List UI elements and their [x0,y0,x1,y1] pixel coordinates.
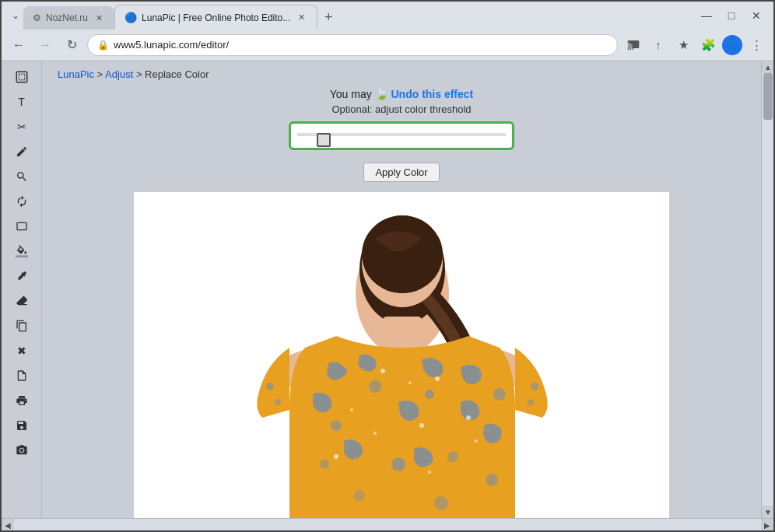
back-button[interactable]: ← [8,34,30,56]
new-tab-button[interactable]: + [317,6,339,28]
lock-icon: 🔒 [97,40,109,51]
scroll-down-arrow[interactable]: ▼ [762,506,773,518]
pencil-tool[interactable] [8,140,36,163]
svg-point-19 [434,496,448,510]
svg-point-17 [486,474,498,486]
camera-tool[interactable] [8,439,36,462]
menu-icon[interactable]: ⋮ [745,34,767,56]
svg-point-20 [380,369,385,373]
title-bar: ⌄ ⚙ NozNet.ru ✕ 🔵 LunaPic | Free Online … [2,2,773,30]
svg-point-25 [373,432,377,435]
svg-point-14 [447,451,458,462]
breadcrumb-sep2: > [136,68,145,80]
left-toolbar: T ✂ [2,61,42,518]
fill-tool[interactable] [8,240,36,263]
svg-point-16 [320,460,329,469]
scroll-thumb[interactable] [763,73,773,120]
scroll-track[interactable] [762,73,773,506]
svg-point-35 [362,215,443,293]
svg-rect-0 [16,72,27,82]
bookmark-icon[interactable]: ★ [672,34,694,56]
svg-point-33 [528,399,534,405]
print-tool[interactable] [8,389,36,412]
lunapic-tab-close[interactable]: ✕ [295,12,307,24]
optional-label: Optional: adjust color threshold [58,103,745,115]
noznet-tab-icon: ⚙ [33,12,41,23]
share-icon[interactable]: ↑ [647,34,669,56]
bottom-scroll-right[interactable]: ▶ [761,519,773,531]
svg-rect-1 [19,74,25,80]
close-button[interactable]: ✕ [745,5,767,26]
crop-tool[interactable]: ✖ [8,339,36,362]
svg-point-15 [493,388,506,401]
zoom-tool[interactable] [8,165,36,188]
undo-leaf-icon: 🍃 [375,88,388,100]
eyedropper-tool[interactable] [8,264,36,288]
breadcrumb-lunapic[interactable]: LunaPic [58,68,94,80]
bottom-scroll-track[interactable] [14,519,761,530]
refresh-button[interactable]: ↻ [61,34,82,56]
noznet-tab-close[interactable]: ✕ [93,12,105,24]
minimize-button[interactable]: — [696,5,717,26]
scissors-tool[interactable]: ✂ [8,115,36,138]
photo-canvas [134,192,670,518]
slider-container [289,121,514,150]
rotate-tool[interactable] [8,190,36,213]
extensions-icon[interactable]: 🧩 [697,34,719,56]
threshold-slider[interactable] [297,127,506,142]
svg-point-22 [435,376,440,381]
select-tool[interactable] [8,65,36,89]
apply-color-button[interactable]: Apply Color [363,163,439,182]
svg-point-13 [391,457,405,471]
control-panel: You may 🍃 Undo this effect Optional: adj… [58,88,745,182]
breadcrumb-adjust[interactable]: Adjust [105,68,133,80]
svg-rect-7 [383,317,422,348]
cast-icon[interactable] [622,34,644,56]
tab-lunapic[interactable]: 🔵 LunaPic | Free Online Photo Edito... ✕ [114,5,317,30]
tab-noznet[interactable]: ⚙ NozNet.ru ✕ [23,6,114,30]
slider-wrapper [58,121,745,156]
svg-point-28 [334,454,338,459]
profile-avatar[interactable]: 👤 [722,35,742,55]
bottom-scrollbar: ◀ ▶ [2,518,773,530]
you-may-label: You may [330,88,375,100]
image-area [133,191,670,518]
new-tool[interactable] [8,364,36,387]
svg-point-24 [466,415,471,420]
navigation-bar: ← → ↻ 🔒 www5.lunapic.com/editor/ ↑ ★ 🧩 👤… [2,30,773,61]
undo-line: You may 🍃 Undo this effect [58,88,745,100]
bottom-scroll-left[interactable]: ◀ [2,519,14,531]
breadcrumb-replace-color: Replace Color [145,68,209,80]
breadcrumb: LunaPic > Adjust > Replace Color [58,68,745,80]
svg-point-29 [428,471,431,474]
breadcrumb-sep1: > [97,68,106,80]
scroll-up-arrow[interactable]: ▲ [762,61,773,73]
svg-point-23 [350,408,353,411]
rect-tool[interactable] [8,215,36,238]
svg-rect-2 [17,222,26,229]
save-tool[interactable] [8,414,36,437]
forward-button[interactable]: → [34,34,56,56]
svg-point-30 [266,383,274,390]
browser-frame: ⌄ ⚙ NozNet.ru ✕ 🔵 LunaPic | Free Online … [0,0,775,532]
svg-point-27 [475,439,478,443]
svg-point-3 [19,449,23,452]
maximize-button[interactable]: □ [721,5,742,26]
lunapic-tab-label: LunaPic | Free Online Photo Edito... [142,12,290,23]
undo-link[interactable]: Undo this effect [391,88,473,100]
address-text: www5.lunapic.com/editor/ [114,39,608,51]
svg-point-12 [331,420,342,431]
chevron-icon[interactable]: ⌄ [8,8,23,23]
clone-tool[interactable] [8,314,36,338]
svg-point-26 [419,423,424,428]
window-controls: — □ ✕ [696,5,767,26]
eraser-tool[interactable] [8,289,36,313]
text-tool[interactable]: T [8,90,36,114]
svg-point-11 [425,390,434,399]
noznet-tab-label: NozNet.ru [46,12,88,23]
address-bar[interactable]: 🔒 www5.lunapic.com/editor/ [87,34,618,56]
svg-point-32 [531,383,538,390]
main-content: LunaPic > Adjust > Replace Color You may… [42,61,761,518]
svg-point-31 [275,399,281,405]
right-scrollbar: ▲ ▼ [761,61,773,518]
